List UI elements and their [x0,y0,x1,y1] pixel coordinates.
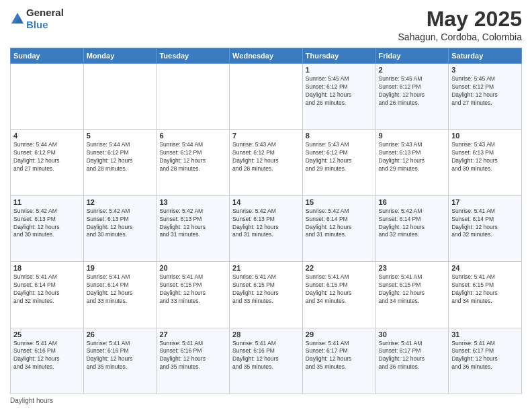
month-title: May 2025 [398,7,522,32]
cell-text: Sunrise: 5:41 AM Sunset: 6:16 PM Dayligh… [13,340,81,372]
table-row: 24Sunrise: 5:41 AM Sunset: 6:15 PM Dayli… [449,262,522,328]
table-row: 26Sunrise: 5:41 AM Sunset: 6:16 PM Dayli… [83,328,157,394]
table-row [157,64,230,130]
day-number: 9 [379,132,446,140]
day-number: 28 [232,330,300,338]
table-row: 11Sunrise: 5:42 AM Sunset: 6:13 PM Dayli… [11,195,84,261]
day-number: 11 [13,198,81,206]
day-number: 7 [232,132,300,140]
table-row: 9Sunrise: 5:43 AM Sunset: 6:13 PM Daylig… [375,130,449,195]
cell-text: Sunrise: 5:44 AM Sunset: 6:12 PM Dayligh… [13,141,81,173]
page: General Blue May 2025 Sahagun, Cordoba, … [0,0,532,411]
day-number: 18 [13,264,81,272]
title-block: May 2025 Sahagun, Cordoba, Colombia [398,7,522,42]
table-row: 25Sunrise: 5:41 AM Sunset: 6:16 PM Dayli… [11,328,84,394]
calendar-table: Sunday Monday Tuesday Wednesday Thursday… [10,48,522,394]
day-number: 30 [379,330,446,338]
day-number: 2 [379,66,446,74]
table-row: 10Sunrise: 5:43 AM Sunset: 6:13 PM Dayli… [449,130,522,195]
col-friday: Friday [375,48,449,64]
calendar-week-row-3: 18Sunrise: 5:41 AM Sunset: 6:14 PM Dayli… [11,262,522,328]
logo-general: General Blue [26,7,64,31]
table-row: 19Sunrise: 5:41 AM Sunset: 6:14 PM Dayli… [83,262,157,328]
day-number: 8 [306,132,373,140]
cell-text: Sunrise: 5:44 AM Sunset: 6:12 PM Dayligh… [87,141,154,173]
day-number: 21 [232,264,300,272]
table-row: 5Sunrise: 5:44 AM Sunset: 6:12 PM Daylig… [83,130,157,195]
cell-text: Sunrise: 5:41 AM Sunset: 6:14 PM Dayligh… [451,208,519,240]
table-row: 8Sunrise: 5:43 AM Sunset: 6:12 PM Daylig… [302,130,375,195]
cell-text: Sunrise: 5:41 AM Sunset: 6:15 PM Dayligh… [451,273,519,306]
table-row: 1Sunrise: 5:45 AM Sunset: 6:12 PM Daylig… [302,64,375,130]
cell-text: Sunrise: 5:41 AM Sunset: 6:17 PM Dayligh… [379,340,446,372]
cell-text: Sunrise: 5:41 AM Sunset: 6:15 PM Dayligh… [379,273,446,306]
cell-text: Sunrise: 5:42 AM Sunset: 6:13 PM Dayligh… [232,208,300,240]
table-row: 21Sunrise: 5:41 AM Sunset: 6:15 PM Dayli… [230,262,303,328]
calendar-week-row-4: 25Sunrise: 5:41 AM Sunset: 6:16 PM Dayli… [11,328,522,394]
col-thursday: Thursday [302,48,375,64]
col-monday: Monday [83,48,157,64]
day-number: 24 [451,264,519,272]
cell-text: Sunrise: 5:45 AM Sunset: 6:12 PM Dayligh… [306,75,373,107]
table-row: 7Sunrise: 5:43 AM Sunset: 6:12 PM Daylig… [230,130,303,195]
table-row: 23Sunrise: 5:41 AM Sunset: 6:15 PM Dayli… [375,262,449,328]
cell-text: Sunrise: 5:41 AM Sunset: 6:15 PM Dayligh… [159,273,226,306]
cell-text: Sunrise: 5:41 AM Sunset: 6:16 PM Dayligh… [87,340,154,372]
table-row: 4Sunrise: 5:44 AM Sunset: 6:12 PM Daylig… [11,130,84,195]
table-row: 17Sunrise: 5:41 AM Sunset: 6:14 PM Dayli… [449,195,522,261]
calendar-week-row-1: 4Sunrise: 5:44 AM Sunset: 6:12 PM Daylig… [11,130,522,195]
table-row: 13Sunrise: 5:42 AM Sunset: 6:13 PM Dayli… [157,195,230,261]
cell-text: Sunrise: 5:41 AM Sunset: 6:14 PM Dayligh… [87,273,154,306]
col-sunday: Sunday [11,48,84,64]
day-number: 29 [306,330,373,338]
header: General Blue May 2025 Sahagun, Cordoba, … [10,7,522,42]
table-row: 22Sunrise: 5:41 AM Sunset: 6:15 PM Dayli… [302,262,375,328]
table-row: 2Sunrise: 5:45 AM Sunset: 6:12 PM Daylig… [375,64,449,130]
day-number: 27 [159,330,226,338]
cell-text: Sunrise: 5:44 AM Sunset: 6:12 PM Dayligh… [159,141,226,173]
cell-text: Sunrise: 5:41 AM Sunset: 6:16 PM Dayligh… [159,340,226,372]
table-row: 14Sunrise: 5:42 AM Sunset: 6:13 PM Dayli… [230,195,303,261]
cell-text: Sunrise: 5:42 AM Sunset: 6:13 PM Dayligh… [159,208,226,240]
calendar-header-row: Sunday Monday Tuesday Wednesday Thursday… [11,48,522,64]
cell-text: Sunrise: 5:41 AM Sunset: 6:15 PM Dayligh… [306,273,373,306]
table-row: 31Sunrise: 5:41 AM Sunset: 6:17 PM Dayli… [449,328,522,394]
day-number: 10 [451,132,519,140]
table-row: 20Sunrise: 5:41 AM Sunset: 6:15 PM Dayli… [157,262,230,328]
table-row: 30Sunrise: 5:41 AM Sunset: 6:17 PM Dayli… [375,328,449,394]
table-row [230,64,303,130]
col-saturday: Saturday [449,48,522,64]
cell-text: Sunrise: 5:41 AM Sunset: 6:16 PM Dayligh… [232,340,300,372]
cell-text: Sunrise: 5:41 AM Sunset: 6:15 PM Dayligh… [232,273,300,306]
table-row: 6Sunrise: 5:44 AM Sunset: 6:12 PM Daylig… [157,130,230,195]
table-row [83,64,157,130]
cell-text: Sunrise: 5:41 AM Sunset: 6:17 PM Dayligh… [306,340,373,372]
logo-icon [10,11,25,26]
table-row: 3Sunrise: 5:45 AM Sunset: 6:12 PM Daylig… [449,64,522,130]
col-tuesday: Tuesday [157,48,230,64]
table-row [11,64,84,130]
day-number: 13 [159,198,226,206]
day-number: 14 [232,198,300,206]
table-row: 29Sunrise: 5:41 AM Sunset: 6:17 PM Dayli… [302,328,375,394]
table-row: 12Sunrise: 5:42 AM Sunset: 6:13 PM Dayli… [83,195,157,261]
cell-text: Sunrise: 5:42 AM Sunset: 6:14 PM Dayligh… [306,208,373,240]
footer-note: Daylight hours [10,397,522,404]
day-number: 19 [87,264,154,272]
day-number: 5 [87,132,154,140]
table-row: 16Sunrise: 5:42 AM Sunset: 6:14 PM Dayli… [375,195,449,261]
day-number: 22 [306,264,373,272]
day-number: 25 [13,330,81,338]
cell-text: Sunrise: 5:43 AM Sunset: 6:13 PM Dayligh… [451,141,519,173]
col-wednesday: Wednesday [230,48,303,64]
day-number: 15 [306,198,373,206]
cell-text: Sunrise: 5:42 AM Sunset: 6:13 PM Dayligh… [13,208,81,240]
cell-text: Sunrise: 5:45 AM Sunset: 6:12 PM Dayligh… [451,75,519,107]
day-number: 16 [379,198,446,206]
table-row: 18Sunrise: 5:41 AM Sunset: 6:14 PM Dayli… [11,262,84,328]
day-number: 26 [87,330,154,338]
table-row: 28Sunrise: 5:41 AM Sunset: 6:16 PM Dayli… [230,328,303,394]
cell-text: Sunrise: 5:43 AM Sunset: 6:13 PM Dayligh… [379,141,446,173]
calendar-week-row-0: 1Sunrise: 5:45 AM Sunset: 6:12 PM Daylig… [11,64,522,130]
day-number: 6 [159,132,226,140]
